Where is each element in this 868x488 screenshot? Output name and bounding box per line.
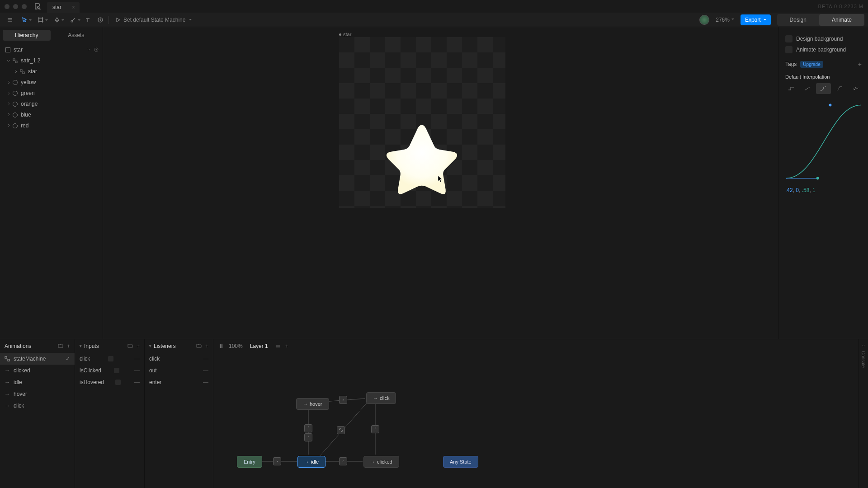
transition-button[interactable]: › <box>339 396 347 404</box>
animate-background-row[interactable]: Animate background <box>785 44 862 55</box>
hierarchy-item-group[interactable]: satr_1 2 <box>0 55 103 66</box>
hierarchy-tab[interactable]: Hierarchy <box>3 30 51 41</box>
svg-rect-22 <box>5 357 7 358</box>
zoom-dropdown[interactable]: 276% <box>713 17 737 23</box>
animation-item-statemachine[interactable]: stateMachine ✓ <box>0 353 75 365</box>
bone-tool[interactable] <box>65 14 81 26</box>
listener-item[interactable]: out — <box>145 365 213 376</box>
transition-button[interactable]: ˅ <box>304 433 312 441</box>
input-trigger-icon[interactable] <box>108 356 113 361</box>
transition-button[interactable]: ˅ <box>371 425 379 433</box>
pen-tool[interactable] <box>49 14 65 26</box>
console-tab[interactable]: Console <box>858 339 868 488</box>
collapse-icon[interactable]: ▸ <box>78 345 84 347</box>
chevron-down-icon[interactable] <box>86 47 91 52</box>
interp-hold-icon[interactable] <box>783 83 799 94</box>
dash-icon: — <box>203 367 208 374</box>
state-entry[interactable]: Entry <box>237 456 262 468</box>
state-any[interactable]: Any State <box>443 456 478 468</box>
folder-icon[interactable] <box>127 343 133 348</box>
transition-button[interactable] <box>337 426 345 434</box>
graph-zoom[interactable]: 100% <box>229 343 243 349</box>
star-shape[interactable] <box>383 121 460 198</box>
layer-tab[interactable]: Layer 1 <box>247 342 271 350</box>
chevron-right-icon[interactable] <box>6 102 11 106</box>
export-button[interactable]: Export <box>741 14 771 25</box>
transition-button[interactable]: ˄ <box>304 424 312 432</box>
state-clicked[interactable]: →clicked <box>363 456 399 468</box>
add-layer-icon[interactable]: + <box>285 343 288 349</box>
design-background-row[interactable]: Design background <box>785 33 862 44</box>
hierarchy-item-shape[interactable]: blue <box>0 109 103 120</box>
menu-icon[interactable] <box>4 14 16 26</box>
user-avatar[interactable] <box>699 15 709 25</box>
chevron-right-icon[interactable] <box>6 123 11 128</box>
chevron-right-icon[interactable] <box>6 80 11 84</box>
timeline-panel: Animations + stateMachine ✓ → clicked → … <box>0 339 868 488</box>
file-tab[interactable]: star × <box>47 2 80 13</box>
dash-icon: — <box>134 356 140 362</box>
hierarchy-item-artboard[interactable]: star <box>0 44 103 55</box>
chevron-right-icon[interactable] <box>14 69 18 74</box>
add-animation-icon[interactable]: + <box>67 343 70 349</box>
animate-mode-tab[interactable]: Animate <box>819 14 864 26</box>
upgrade-badge[interactable]: Upgrade <box>800 61 823 68</box>
input-trigger-icon[interactable] <box>114 368 119 373</box>
add-listener-icon[interactable]: + <box>205 343 208 349</box>
close-window-icon[interactable] <box>5 4 9 9</box>
assets-tab[interactable]: Assets <box>52 30 100 41</box>
maximize-window-icon[interactable] <box>22 4 27 9</box>
collapse-icon[interactable]: ▸ <box>147 345 154 347</box>
hierarchy-item-shape[interactable]: yellow <box>0 77 103 88</box>
state-graph[interactable]: 100% Layer 1 + Entry › →idle ‹ →clicked … <box>213 339 858 488</box>
input-item[interactable]: isHovered — <box>75 376 144 388</box>
design-mode-tab[interactable]: Design <box>777 14 819 26</box>
transition-button[interactable]: ‹ <box>339 457 347 465</box>
state-click[interactable]: →click <box>366 392 396 404</box>
pause-icon[interactable] <box>218 343 224 349</box>
listener-item[interactable]: click — <box>145 353 213 365</box>
close-tab-icon[interactable]: × <box>72 4 75 10</box>
folder-icon[interactable] <box>196 343 202 348</box>
animation-label: clicked <box>14 367 30 374</box>
curve-editor[interactable] <box>785 99 862 181</box>
text-tool[interactable] <box>81 14 94 26</box>
animation-item[interactable]: → idle <box>0 376 75 388</box>
folder-icon[interactable] <box>58 343 63 348</box>
select-tool[interactable] <box>16 14 33 26</box>
animation-item[interactable]: → hover <box>0 388 75 400</box>
listener-item[interactable]: enter — <box>145 376 213 388</box>
bezier-values: .42, 0, .58, 1 <box>779 184 868 196</box>
hierarchy-item-shape[interactable]: red <box>0 120 103 131</box>
animation-item[interactable]: → clicked <box>0 365 75 376</box>
add-input-icon[interactable]: + <box>137 343 140 349</box>
add-tag-icon[interactable]: + <box>858 61 862 68</box>
color-swatch[interactable] <box>785 46 793 53</box>
input-trigger-icon[interactable] <box>115 380 121 385</box>
layer-menu-icon[interactable] <box>275 343 281 349</box>
color-swatch[interactable] <box>785 35 793 42</box>
state-idle[interactable]: →idle <box>297 456 326 468</box>
artboard-tool[interactable] <box>33 14 49 26</box>
chevron-down-icon[interactable] <box>6 58 11 63</box>
titlebar: star × BETA 0.8.2233 M <box>0 0 868 13</box>
interp-linear-icon[interactable] <box>800 83 815 94</box>
chevron-right-icon[interactable] <box>6 91 11 95</box>
hierarchy-item-group[interactable]: star <box>0 66 103 77</box>
state-hover[interactable]: →hover <box>296 398 329 410</box>
input-item[interactable]: click — <box>75 353 144 365</box>
artboard-name-label[interactable]: star <box>339 32 351 37</box>
state-machine-dropdown[interactable]: Set default State Machine <box>111 17 196 23</box>
animation-item[interactable]: → click <box>0 400 75 412</box>
chevron-right-icon[interactable] <box>6 113 11 117</box>
minimize-window-icon[interactable] <box>13 4 18 9</box>
interp-custom-icon[interactable] <box>848 83 863 94</box>
transition-button[interactable]: › <box>273 457 281 465</box>
target-icon[interactable] <box>94 47 99 52</box>
interp-ease-out-icon[interactable] <box>832 83 847 94</box>
hierarchy-item-shape[interactable]: orange <box>0 99 103 109</box>
lightning-tool[interactable] <box>94 14 107 26</box>
hierarchy-item-shape[interactable]: green <box>0 88 103 99</box>
input-item[interactable]: isClicked — <box>75 365 144 376</box>
interp-ease-icon[interactable] <box>816 83 831 94</box>
